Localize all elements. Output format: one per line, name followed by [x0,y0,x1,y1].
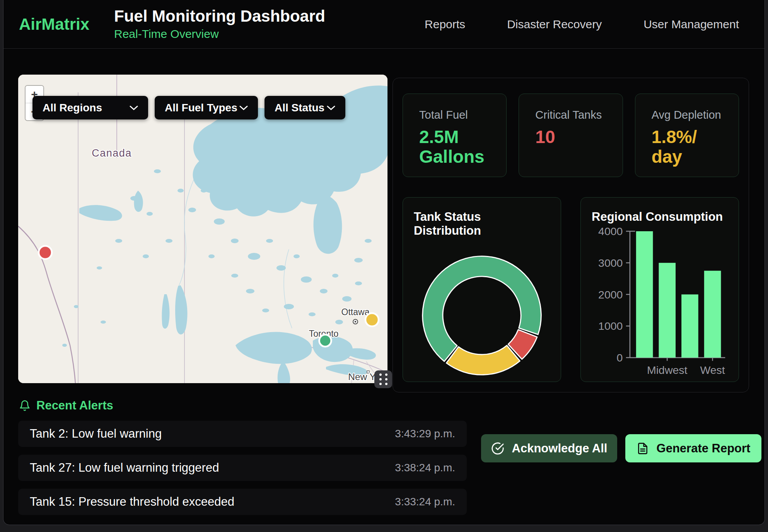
report-file-icon [637,442,649,455]
status-dropdown-value: All Status [275,102,324,114]
page-background: AirMatrix Fuel Monitoring Dashboard Real… [0,0,768,532]
stats-row: Total Fuel 2.5MGallons Critical Tanks 10… [403,94,739,177]
acknowledge-all-button[interactable]: Acknowledge All [481,434,617,462]
stat-label: Avg Depletion [652,109,739,121]
nav-item-user-management[interactable]: User Management [643,18,739,31]
map-canvas[interactable]: Canada Ottawa Toronto New York [18,75,387,383]
alerts-header: Recent Alerts [19,399,467,413]
stat-value: 10 [535,127,622,147]
stat-value: 1.8%/day [652,127,739,166]
alert-time: 3:33:24 p.m. [395,496,455,508]
donut-chart [414,252,550,379]
nav-item-disaster-recovery[interactable]: Disaster Recovery [507,18,602,31]
map-resize-handle[interactable] [374,370,392,388]
alert-row[interactable]: Tank 2: Low fuel warning 3:43:29 p.m. [18,421,467,447]
svg-text:1000: 1000 [598,320,623,332]
svg-text:0: 0 [617,351,623,364]
alert-row[interactable]: Tank 27: Low fuel warning triggered 3:38… [18,455,467,481]
alerts-title: Recent Alerts [36,399,113,413]
chevron-down-icon [239,106,248,110]
header-title-block: Fuel Monitoring Dashboard Real-Time Over… [114,8,325,41]
svg-text:3000: 3000 [598,257,623,269]
tank-status-card: Tank Status Distribution [403,197,561,382]
map-filter-bar: All Regions All Fuel Types All Status [32,96,345,119]
alert-row[interactable]: Tank 15: Pressure threshold exceeded 3:3… [18,489,467,515]
stat-card-total-fuel: Total Fuel 2.5MGallons [403,94,507,177]
top-nav: Reports Disaster Recovery User Managemen… [425,18,765,31]
stat-card-avg-depletion: Avg Depletion 1.8%/day [635,94,739,177]
city-dot-ottawa-center [355,321,356,322]
stat-card-critical-tanks: Critical Tanks 10 [519,94,623,177]
regions-dropdown[interactable]: All Regions [32,96,148,119]
page-title: Fuel Monitoring Dashboard [114,8,325,25]
bell-icon [19,399,31,412]
app-header: AirMatrix Fuel Monitoring Dashboard Real… [3,0,765,49]
svg-text:4000: 4000 [598,225,623,237]
map-label-canada: Canada [92,147,132,159]
alert-time: 3:38:24 p.m. [395,462,455,474]
alert-text: Tank 2: Low fuel warning [30,427,162,441]
brand-logo: AirMatrix [19,15,113,34]
chevron-down-icon [327,106,335,110]
donut-svg [418,252,546,379]
svg-text:Midwest: Midwest [647,364,688,376]
chevron-down-icon [130,106,138,110]
dashboard-app: AirMatrix Fuel Monitoring Dashboard Real… [3,0,765,525]
page-subtitle: Real-Time Overview [114,27,325,41]
chart-title: Regional Consumption [592,210,728,224]
chart-title: Tank Status Distribution [414,210,550,238]
stat-label: Total Fuel [419,109,506,121]
alert-time: 3:43:29 p.m. [395,428,455,440]
check-circle-icon [491,442,504,455]
svg-text:2000: 2000 [598,288,623,301]
tank-marker-warning[interactable] [365,313,379,326]
svg-text:West: West [700,364,725,376]
charts-row: Tank Status Distribution Regional Consum… [403,197,739,382]
stat-value: 2.5MGallons [419,127,506,166]
metrics-panel: Total Fuel 2.5MGallons Critical Tanks 10… [393,78,749,392]
status-dropdown[interactable]: All Status [265,96,345,119]
main-row: Canada Ottawa Toronto New York + − [3,49,765,392]
fuel-types-dropdown-value: All Fuel Types [165,102,237,114]
nav-item-reports[interactable]: Reports [425,18,465,31]
tank-marker-critical[interactable] [39,246,52,259]
alert-actions: Acknowledge All Generate Report [481,434,761,523]
map-svg: Canada Ottawa Toronto New York [18,75,387,383]
map-widget: Canada Ottawa Toronto New York + − [18,75,387,383]
regional-consumption-card: Regional Consumption 01000200030004000Mi… [580,197,739,382]
bottom-row: Recent Alerts Tank 2: Low fuel warning 3… [3,392,765,523]
alert-text: Tank 15: Pressure threshold exceeded [30,495,234,509]
recent-alerts-section: Recent Alerts Tank 2: Low fuel warning 3… [18,399,467,523]
stat-label: Critical Tanks [535,109,622,121]
fuel-types-dropdown[interactable]: All Fuel Types [155,96,258,119]
map-label-ottawa: Ottawa [341,307,370,317]
bar-chart-svg: 01000200030004000MidwestWest [592,225,728,378]
tank-marker-normal[interactable] [319,335,331,347]
regions-dropdown-value: All Regions [43,102,102,114]
generate-report-button[interactable]: Generate Report [625,434,761,462]
alert-text: Tank 27: Low fuel warning triggered [30,461,219,475]
